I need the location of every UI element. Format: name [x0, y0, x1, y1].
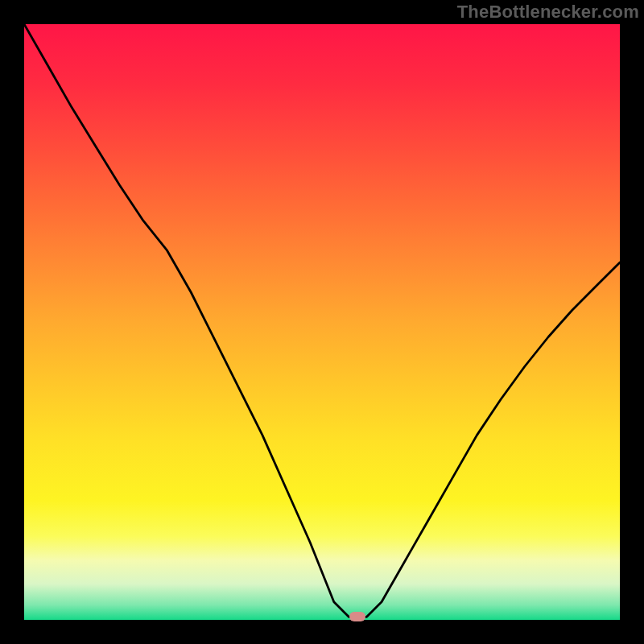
chart-frame: TheBottlenecker.com [0, 0, 644, 644]
attribution-label: TheBottlenecker.com [457, 2, 639, 23]
bottleneck-curve [24, 24, 620, 620]
plot-area [24, 24, 620, 620]
optimal-marker [349, 612, 365, 621]
